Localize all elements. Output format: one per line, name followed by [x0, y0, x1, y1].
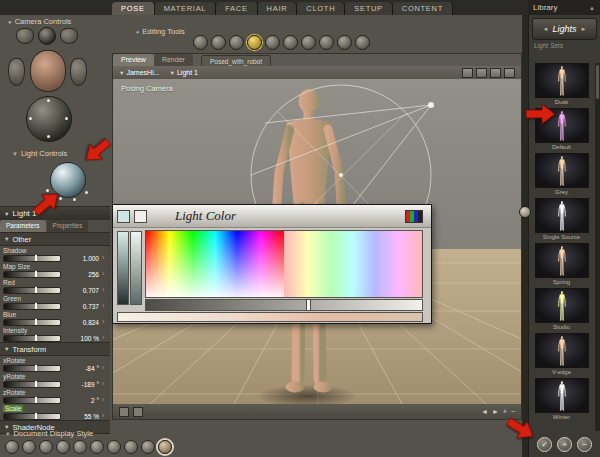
pane-menu-icon[interactable] [504, 68, 515, 78]
camera-ball-icon[interactable] [38, 27, 56, 45]
dialog-title-bar[interactable]: Light Color [113, 205, 431, 228]
param-dial[interactable] [3, 287, 61, 294]
grouping-tool[interactable] [337, 35, 352, 50]
single-pane-icon[interactable] [462, 68, 473, 78]
panel-divider[interactable] [522, 15, 528, 457]
light-preset-thumbnail[interactable] [535, 63, 589, 98]
param-dial[interactable] [3, 413, 61, 420]
param-menu-icon[interactable]: › [102, 286, 107, 294]
library-item[interactable]: Grey [535, 153, 589, 196]
tab-material[interactable]: MATERIAL [155, 2, 217, 15]
tab-pose[interactable]: POSE [112, 2, 155, 15]
camera-move-hand-right-icon[interactable] [70, 58, 87, 86]
apply-checkmark-button[interactable]: ✓ [537, 437, 552, 452]
camera-select-icon[interactable] [133, 407, 143, 417]
param-value[interactable]: 100 % [64, 335, 99, 342]
light-preset-thumbnail[interactable] [535, 198, 589, 233]
tab-preview[interactable]: Preview [113, 54, 154, 66]
view-magnifier-tool[interactable] [355, 35, 370, 50]
param-value[interactable]: 0.737 [64, 303, 99, 310]
library-item[interactable]: Single Source [535, 198, 589, 241]
rotate-tool[interactable] [193, 35, 208, 50]
param-dial[interactable] [3, 319, 61, 326]
library-scrollbar[interactable] [595, 63, 600, 431]
param-value[interactable]: 2 ° [64, 397, 99, 404]
style-hidden-line-ball[interactable] [56, 440, 70, 454]
tab-face[interactable]: FACE [216, 2, 257, 15]
library-item[interactable]: Studio [535, 288, 589, 331]
param-value[interactable]: 256 [64, 271, 99, 278]
next-frame-icon[interactable]: ► [492, 408, 499, 415]
param-dial[interactable] [3, 335, 61, 342]
param-menu-icon[interactable]: › [102, 302, 107, 310]
collapse-icon[interactable]: ▲ [589, 5, 595, 11]
tab-cloth[interactable]: CLOTH [297, 2, 345, 15]
camera-face-preview-icon[interactable] [30, 50, 66, 92]
library-item[interactable]: Spring [535, 243, 589, 286]
style-wireframe-ball[interactable] [39, 440, 53, 454]
actor-select-dropdown[interactable]: ▼ Light 1 [170, 69, 198, 76]
style-smooth-shaded-ball[interactable] [141, 440, 155, 454]
scale-tool[interactable] [265, 35, 280, 50]
taper-tool[interactable] [283, 35, 298, 50]
param-menu-icon[interactable]: › [102, 364, 107, 372]
tab-parameters[interactable]: Parameters [0, 220, 46, 232]
param-dial[interactable] [3, 303, 61, 310]
param-menu-icon[interactable]: › [102, 412, 107, 420]
param-menu-icon[interactable]: › [102, 380, 107, 388]
light-color-dialog[interactable]: Light Color [112, 204, 432, 324]
zoom-in-icon[interactable]: + [503, 408, 507, 415]
tab-render[interactable]: Render [154, 54, 193, 66]
tab-hair[interactable]: HAIR [258, 2, 298, 15]
camera-move-hand-left-icon[interactable] [8, 58, 25, 86]
float-window-icon[interactable] [490, 68, 501, 78]
param-value[interactable]: 55 % [64, 413, 99, 420]
library-folder-label[interactable]: Light Sets [529, 41, 600, 51]
divider-handle[interactable] [519, 206, 531, 218]
style-cartoon-ball[interactable] [124, 440, 138, 454]
brightness-slider[interactable] [145, 299, 423, 311]
tab-properties[interactable]: Properties [47, 220, 89, 232]
param-value[interactable]: -189 ° [64, 381, 99, 388]
param-menu-icon[interactable]: › [102, 318, 107, 326]
light-preset-thumbnail[interactable] [535, 243, 589, 278]
tab-setup[interactable]: SETUP [345, 2, 393, 15]
figure-select-dropdown[interactable]: ▼ JamesHi... [119, 69, 160, 76]
color-value-bar-a[interactable] [117, 231, 129, 305]
param-dial[interactable] [3, 365, 61, 372]
library-item[interactable]: Dusk [535, 63, 589, 106]
saturated-spectrum[interactable] [146, 231, 284, 297]
style-flat-shaded-ball[interactable] [90, 440, 104, 454]
translate-inout-tool[interactable] [247, 35, 262, 50]
param-menu-icon[interactable]: › [102, 254, 107, 262]
param-dial[interactable] [3, 381, 61, 388]
param-menu-icon[interactable]: › [102, 270, 107, 278]
light-controls-header[interactable]: ▼ Light Controls [12, 149, 84, 158]
param-dial[interactable] [3, 255, 61, 262]
light-preset-thumbnail[interactable] [535, 288, 589, 323]
style-texture-shaded-ball[interactable] [158, 440, 172, 454]
color-spectrum-field[interactable] [145, 230, 423, 298]
camera-hand-right-icon[interactable] [60, 28, 78, 44]
camera-hand-left-icon[interactable] [16, 28, 34, 44]
editing-tools-header[interactable]: ● Editing Tools [136, 27, 185, 36]
style-flat-lined-ball[interactable] [107, 440, 121, 454]
param-dial[interactable] [3, 271, 61, 278]
twist-tool[interactable] [211, 35, 226, 50]
document-display-style-header[interactable]: ▼ Document Display Style [5, 429, 93, 438]
param-menu-icon[interactable]: › [102, 396, 107, 404]
style-silhouette-ball[interactable] [5, 440, 19, 454]
pale-spectrum[interactable] [284, 231, 422, 297]
style-outline-ball[interactable] [22, 440, 36, 454]
multi-pane-icon[interactable] [476, 68, 487, 78]
library-prev-icon[interactable]: ◄ [543, 26, 549, 32]
param-dial[interactable] [3, 397, 61, 404]
chain-break-tool[interactable] [301, 35, 316, 50]
tab-content[interactable]: CONTENT [393, 2, 453, 15]
light-preset-thumbnail[interactable] [535, 153, 589, 188]
style-lit-wireframe-ball[interactable] [73, 440, 87, 454]
light-preset-thumbnail[interactable] [535, 333, 589, 368]
color-value-bar-b[interactable] [130, 231, 142, 305]
library-next-icon[interactable]: ► [581, 26, 587, 32]
add-to-library-button[interactable]: + [557, 437, 572, 452]
